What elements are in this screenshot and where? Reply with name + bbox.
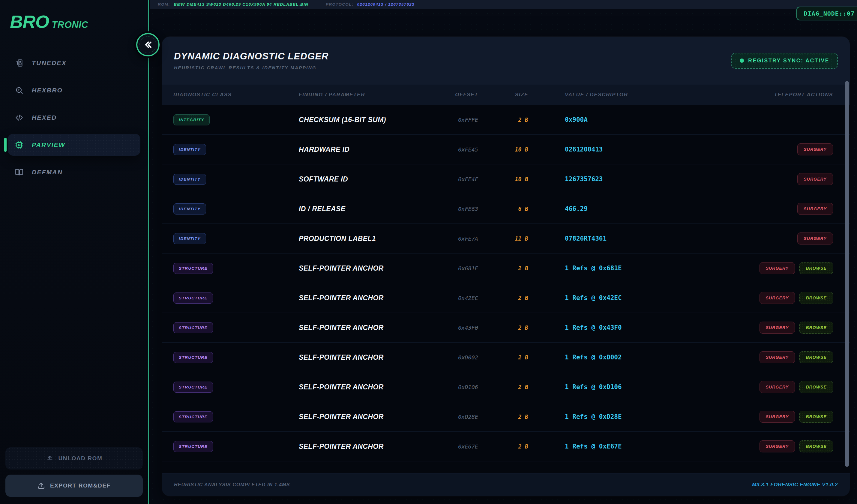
offset-cell: 0xD002: [431, 354, 478, 360]
export-rom-def-button[interactable]: EXPORT ROM&DEF: [5, 475, 143, 497]
diagnostic-ledger-panel: DYNAMIC DIAGNOSTIC LEDGER HEURISTIC CRAW…: [162, 37, 850, 496]
panel-title-block: DYNAMIC DIAGNOSTIC LEDGER HEURISTIC CRAW…: [174, 51, 329, 70]
class-cell: IDENTITY: [173, 174, 299, 185]
sidebar-item-label: PARVIEW: [32, 141, 65, 149]
offset-cell: 0xD28E: [431, 414, 478, 420]
table-header: DIAGNOSTIC CLASS FINDING / PARAMETER OFF…: [162, 85, 850, 105]
table-row: STRUCTURE SELF-POINTER ANCHOR 0xE67E 2 B…: [162, 432, 850, 461]
finding-cell: SELF-POINTER ANCHOR: [299, 353, 431, 362]
logo-secondary: TRONIC: [52, 19, 88, 30]
actions-cell: SURGERY: [759, 173, 833, 185]
value-cell: 1 Refs @ 0xE67E: [565, 443, 759, 450]
browse-button[interactable]: BROWSE: [800, 262, 833, 274]
size-cell: 6 B: [478, 206, 528, 212]
page-title: DYNAMIC DIAGNOSTIC LEDGER: [174, 51, 329, 62]
table-row: INTEGRITY CHECKSUM (16-BIT SUM) 0xFFFE 2…: [162, 105, 850, 135]
scrollbar-thumb[interactable]: [845, 81, 849, 467]
size-cell: 2 B: [478, 295, 528, 301]
offset-cell: 0xD106: [431, 384, 478, 390]
col-value-descriptor: VALUE / DESCRIPTOR: [565, 92, 774, 98]
actions-cell: SURGERYBROWSE: [759, 322, 833, 334]
surgery-button[interactable]: SURGERY: [759, 292, 795, 304]
sidebar-item-hexbro[interactable]: HEXBRO: [8, 79, 140, 101]
value-cell: 466.29: [565, 205, 759, 213]
unload-rom-button[interactable]: UNLOAD ROM: [5, 447, 143, 470]
class-badge: STRUCTURE: [173, 263, 213, 274]
table-row: STRUCTURE SELF-POINTER ANCHOR 0x42EC 2 B…: [162, 283, 850, 313]
class-cell: IDENTITY: [173, 144, 299, 155]
browse-button[interactable]: BROWSE: [800, 411, 833, 423]
registry-sync-label: REGISTRY SYNC: ACTIVE: [748, 57, 829, 64]
panel-header: DYNAMIC DIAGNOSTIC LEDGER HEURISTIC CRAW…: [162, 37, 850, 85]
offset-cell: 0xFE45: [431, 146, 478, 153]
sidebar-collapse-button[interactable]: [136, 33, 159, 56]
topbar: ROM: BMW DME413 SW623 D466.29 C16X900A 9…: [150, 0, 857, 9]
class-badge: IDENTITY: [173, 144, 206, 155]
value-cell: 1 Refs @ 0x43F0: [565, 324, 759, 331]
status-dot-icon: [740, 58, 744, 63]
surgery-button[interactable]: SURGERY: [797, 203, 833, 215]
browse-button[interactable]: BROWSE: [800, 351, 833, 363]
class-cell: STRUCTURE: [173, 352, 299, 363]
size-cell: 10 B: [478, 146, 528, 153]
browse-button[interactable]: BROWSE: [800, 292, 833, 304]
surgery-button[interactable]: SURGERY: [797, 233, 833, 245]
actions-cell: SURGERYBROWSE: [759, 351, 833, 363]
table-row: IDENTITY HARDWARE ID 0xFE45 10 B 0261200…: [162, 135, 850, 164]
sidebar-item-label: HEXED: [32, 114, 57, 121]
open-book-icon: [15, 168, 23, 177]
finding-cell: SELF-POINTER ANCHOR: [299, 413, 431, 421]
actions-cell: SURGERY: [759, 203, 833, 215]
offset-cell: 0x42EC: [431, 295, 478, 301]
actions-cell: SURGERY: [759, 233, 833, 245]
value-cell: 1 Refs @ 0x42EC: [565, 294, 759, 302]
rom-value: BMW DME413 SW623 D466.29 C16X900A 94 RED…: [174, 2, 308, 6]
surgery-button[interactable]: SURGERY: [759, 411, 795, 423]
sidebar-item-parview[interactable]: PARVIEW: [8, 134, 140, 156]
surgery-button[interactable]: SURGERY: [797, 144, 833, 155]
surgery-button[interactable]: SURGERY: [759, 440, 795, 452]
class-cell: STRUCTURE: [173, 382, 299, 393]
actions-cell: SURGERYBROWSE: [759, 411, 833, 423]
surgery-button[interactable]: SURGERY: [797, 173, 833, 185]
col-finding-parameter: FINDING / PARAMETER: [299, 92, 431, 98]
class-badge: STRUCTURE: [173, 411, 213, 422]
table-footer: HEURISTIC ANALYSIS COMPLETED IN 1.4MS M3…: [162, 473, 850, 496]
table-body: INTEGRITY CHECKSUM (16-BIT SUM) 0xFFFE 2…: [162, 105, 850, 461]
value-cell: 1 Refs @ 0xD28E: [565, 413, 759, 420]
class-badge: STRUCTURE: [173, 292, 213, 304]
export-rom-def-label: EXPORT ROM&DEF: [50, 482, 111, 489]
finding-cell: SELF-POINTER ANCHOR: [299, 324, 431, 332]
browse-button[interactable]: BROWSE: [800, 322, 833, 334]
sidebar-item-hexed[interactable]: HEXED: [8, 106, 140, 129]
speaker-icon: [15, 59, 23, 67]
browse-button[interactable]: BROWSE: [800, 381, 833, 393]
sidebar-item-defman[interactable]: DEFMAN: [8, 161, 140, 183]
surgery-button[interactable]: SURGERY: [759, 262, 795, 274]
class-cell: IDENTITY: [173, 233, 299, 244]
sidebar: BRO TRONIC TUNEDEX HEXBRO HEXED PARVIEW …: [0, 0, 149, 504]
unload-rom-label: UNLOAD ROM: [58, 455, 103, 462]
sidebar-item-label: TUNEDEX: [32, 60, 67, 67]
chip-icon: [15, 141, 23, 149]
diag-node-badge: DIAG_NODE::07: [796, 6, 857, 20]
size-cell: 2 B: [478, 324, 528, 331]
browse-button[interactable]: BROWSE: [800, 440, 833, 452]
main-area: ROM: BMW DME413 SW623 D466.29 C16X900A 9…: [150, 0, 857, 504]
col-offset: OFFSET: [431, 92, 478, 98]
offset-cell: 0xE67E: [431, 443, 478, 450]
class-badge: STRUCTURE: [173, 441, 213, 452]
value-cell: 0x900A: [565, 116, 759, 123]
surgery-button[interactable]: SURGERY: [759, 381, 795, 393]
size-cell: 10 B: [478, 176, 528, 182]
rom-label: ROM:: [158, 2, 170, 6]
table-row: IDENTITY SOFTWARE ID 0xFE4F 10 B 1267357…: [162, 164, 850, 194]
sidebar-item-label: HEXBRO: [32, 87, 63, 94]
col-diagnostic-class: DIAGNOSTIC CLASS: [173, 92, 299, 98]
protocol-label: PROTOCOL:: [326, 2, 353, 6]
class-cell: STRUCTURE: [173, 292, 299, 304]
surgery-button[interactable]: SURGERY: [759, 351, 795, 363]
finding-cell: PRODUCTION LABEL1: [299, 235, 431, 243]
sidebar-item-tunedex[interactable]: TUNEDEX: [8, 52, 140, 74]
surgery-button[interactable]: SURGERY: [759, 322, 795, 334]
